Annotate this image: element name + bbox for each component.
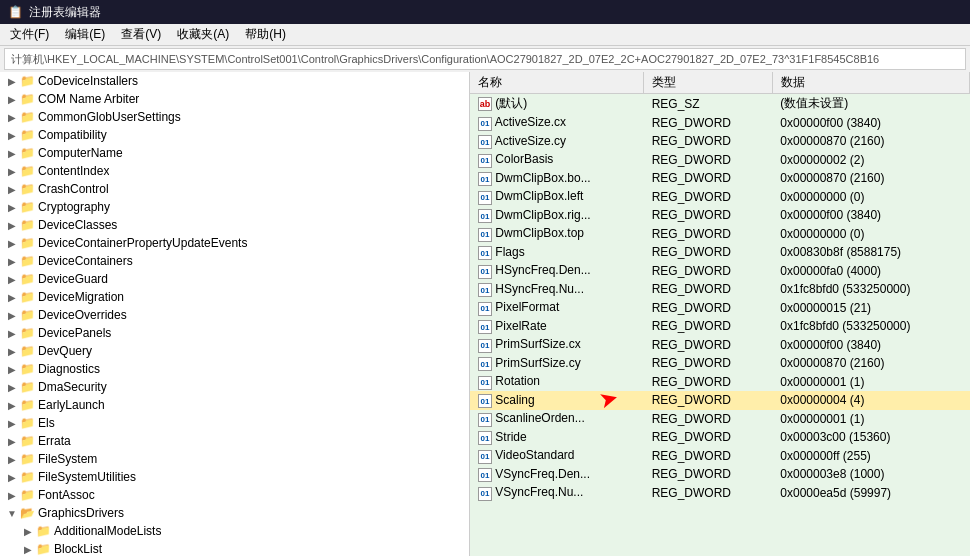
table-row[interactable]: 01 ColorBasisREG_DWORD0x00000002 (2)	[470, 151, 970, 170]
table-row[interactable]: 01 VSyncFreq.Nu...REG_DWORD0x0000ea5d (5…	[470, 484, 970, 503]
tree-arrow-icon: ▶	[4, 274, 20, 285]
reg-data-cell: 0x1fc8bfd0 (533250000)	[772, 317, 969, 336]
tree-item[interactable]: ▶📁DmaSecurity	[0, 378, 469, 396]
tree-item[interactable]: ▶📁Errata	[0, 432, 469, 450]
tree-label: DevicePanels	[38, 326, 111, 340]
folder-icon: 📁	[20, 488, 35, 502]
reg-data-cell: 0x00000004 (4)	[772, 391, 969, 410]
tree-label: Compatibility	[38, 128, 107, 142]
address-bar: 计算机\HKEY_LOCAL_MACHINE\SYSTEM\ControlSet…	[4, 48, 966, 70]
reg-dword-icon: 01	[478, 172, 492, 186]
table-row[interactable]: 01 HSyncFreq.Nu...REG_DWORD0x1fc8bfd0 (5…	[470, 280, 970, 299]
table-row[interactable]: 01 PrimSurfSize.cyREG_DWORD0x00000870 (2…	[470, 354, 970, 373]
menu-item[interactable]: 收藏夹(A)	[171, 24, 235, 45]
table-row[interactable]: 01 DwmClipBox.leftREG_DWORD0x00000000 (0…	[470, 188, 970, 207]
table-row[interactable]: 01 PrimSurfSize.cxREG_DWORD0x00000f00 (3…	[470, 336, 970, 355]
reg-type-cell: REG_SZ	[644, 94, 773, 114]
reg-name-cell: 01 PrimSurfSize.cx	[470, 336, 644, 355]
reg-data-cell: 0x00000000 (0)	[772, 188, 969, 207]
tree-arrow-icon: ▶	[4, 436, 20, 447]
tree-item[interactable]: ▶📁Compatibility	[0, 126, 469, 144]
tree-item[interactable]: ▶📁EarlyLaunch	[0, 396, 469, 414]
table-row[interactable]: 01 ActiveSize.cyREG_DWORD0x00000870 (216…	[470, 132, 970, 151]
tree-arrow-icon: ▶	[20, 544, 36, 555]
folder-icon: 📁	[20, 182, 35, 196]
tree-item[interactable]: ▶📁DeviceClasses	[0, 216, 469, 234]
menu-item[interactable]: 编辑(E)	[59, 24, 111, 45]
folder-icon: 📁	[20, 308, 35, 322]
tree-item[interactable]: ▶📁CoDeviceInstallers	[0, 72, 469, 90]
tree-item[interactable]: ▶📁DeviceContainerPropertyUpdateEvents	[0, 234, 469, 252]
reg-dword-icon: 01	[478, 117, 492, 131]
reg-data-cell: 0x00000870 (2160)	[772, 354, 969, 373]
tree-item[interactable]: ▶📁DeviceMigration	[0, 288, 469, 306]
reg-data-cell: 0x0000ea5d (59997)	[772, 484, 969, 503]
tree-item[interactable]: ▶📁BlockList	[0, 540, 469, 556]
tree-item[interactable]: ▶📁DevQuery	[0, 342, 469, 360]
reg-type-cell: REG_DWORD	[644, 299, 773, 318]
reg-data-cell: 0x00000001 (1)	[772, 410, 969, 429]
table-row[interactable]: 01 DwmClipBox.rig...REG_DWORD0x00000f00 …	[470, 206, 970, 225]
tree-item[interactable]: ▶📁ContentIndex	[0, 162, 469, 180]
tree-arrow-icon: ▶	[4, 418, 20, 429]
tree-label: DevQuery	[38, 344, 92, 358]
column-header[interactable]: 名称	[470, 72, 644, 94]
table-row[interactable]: 01 StrideREG_DWORD0x00003c00 (15360)	[470, 428, 970, 447]
reg-type-cell: REG_DWORD	[644, 373, 773, 392]
tree-label: CommonGlobUserSettings	[38, 110, 181, 124]
table-row[interactable]: 01 ActiveSize.cxREG_DWORD0x00000f00 (384…	[470, 114, 970, 133]
menu-item[interactable]: 文件(F)	[4, 24, 55, 45]
tree-item[interactable]: ▼📂GraphicsDrivers	[0, 504, 469, 522]
reg-name-cell: 01 PrimSurfSize.cy	[470, 354, 644, 373]
tree-item[interactable]: ▶📁FontAssoc	[0, 486, 469, 504]
tree-label: EarlyLaunch	[38, 398, 105, 412]
table-row[interactable]: 01 FlagsREG_DWORD0x00830b8f (8588175)	[470, 243, 970, 262]
reg-name-cell: 01 Rotation	[470, 373, 644, 392]
table-row[interactable]: 01 VideoStandardREG_DWORD0x000000ff (255…	[470, 447, 970, 466]
menu-item[interactable]: 查看(V)	[115, 24, 167, 45]
menu-bar: 文件(F)编辑(E)查看(V)收藏夹(A)帮助(H)	[0, 24, 970, 46]
app-title: 注册表编辑器	[29, 4, 101, 21]
reg-dword-icon: 01	[478, 376, 492, 390]
table-row[interactable]: 01 PixelFormatREG_DWORD0x00000015 (21)	[470, 299, 970, 318]
tree-item[interactable]: ▶📁COM Name Arbiter	[0, 90, 469, 108]
reg-data-cell: 0x00003c00 (15360)	[772, 428, 969, 447]
tree-item[interactable]: ▶📁DeviceContainers	[0, 252, 469, 270]
tree-label: BlockList	[54, 542, 102, 556]
reg-dword-icon: 01	[478, 468, 492, 482]
table-row[interactable]: 01 DwmClipBox.topREG_DWORD0x00000000 (0)	[470, 225, 970, 244]
tree-item[interactable]: ▶📁Els	[0, 414, 469, 432]
tree-item[interactable]: ▶📁Cryptography	[0, 198, 469, 216]
tree-item[interactable]: ▶📁FileSystemUtilities	[0, 468, 469, 486]
tree-item[interactable]: ▶📁FileSystem	[0, 450, 469, 468]
address-label: 计算机\HKEY_LOCAL_MACHINE\SYSTEM\ControlSet…	[11, 52, 879, 67]
table-row[interactable]: 01 ScalingREG_DWORD0x00000004 (4)	[470, 391, 970, 410]
reg-dword-icon: 01	[478, 357, 492, 371]
tree-item[interactable]: ▶📁CommonGlobUserSettings	[0, 108, 469, 126]
column-header[interactable]: 类型	[644, 72, 773, 94]
tree-item[interactable]: ▶📁DeviceGuard	[0, 270, 469, 288]
folder-icon: 📁	[20, 236, 35, 250]
tree-item[interactable]: ▶📁ComputerName	[0, 144, 469, 162]
folder-icon: 📁	[20, 164, 35, 178]
left-panel: ▶📁CoDeviceInstallers▶📁COM Name Arbiter▶📁…	[0, 72, 470, 556]
menu-item[interactable]: 帮助(H)	[239, 24, 292, 45]
tree-arrow-icon: ▶	[4, 112, 20, 123]
tree-item[interactable]: ▶📁DevicePanels	[0, 324, 469, 342]
table-row[interactable]: 01 RotationREG_DWORD0x00000001 (1)	[470, 373, 970, 392]
table-row[interactable]: 01 PixelRateREG_DWORD0x1fc8bfd0 (5332500…	[470, 317, 970, 336]
table-row[interactable]: ab (默认)REG_SZ(数值未设置)	[470, 94, 970, 114]
folder-icon: 📁	[36, 524, 51, 538]
reg-dword-icon: 01	[478, 394, 492, 408]
reg-data-cell: 0x000000ff (255)	[772, 447, 969, 466]
table-row[interactable]: 01 DwmClipBox.bo...REG_DWORD0x00000870 (…	[470, 169, 970, 188]
column-header[interactable]: 数据	[772, 72, 969, 94]
tree-item[interactable]: ▶📁AdditionalModeLists	[0, 522, 469, 540]
table-row[interactable]: 01 HSyncFreq.Den...REG_DWORD0x00000fa0 (…	[470, 262, 970, 281]
tree-item[interactable]: ▶📁DeviceOverrides	[0, 306, 469, 324]
tree-item[interactable]: ▶📁CrashControl	[0, 180, 469, 198]
tree-item[interactable]: ▶📁Diagnostics	[0, 360, 469, 378]
table-row[interactable]: 01 VSyncFreq.Den...REG_DWORD0x000003e8 (…	[470, 465, 970, 484]
table-row[interactable]: 01 ScanlineOrden...REG_DWORD0x00000001 (…	[470, 410, 970, 429]
tree-label: Cryptography	[38, 200, 110, 214]
